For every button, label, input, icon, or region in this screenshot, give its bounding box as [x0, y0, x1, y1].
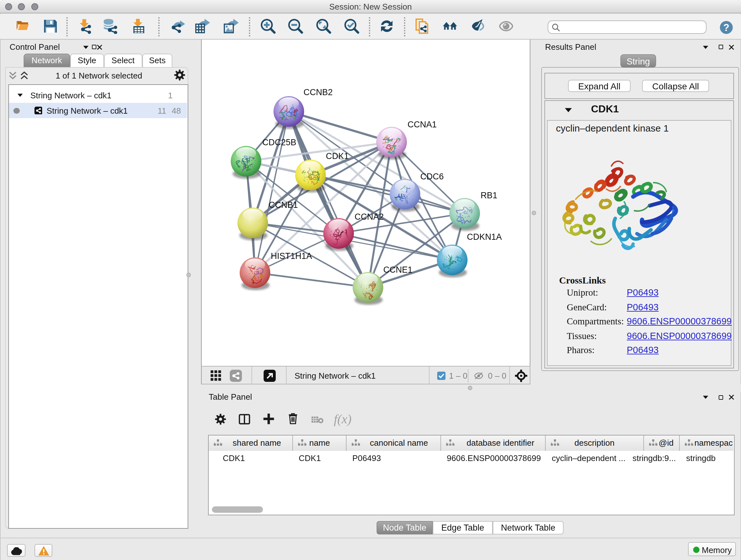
svg-text:?: ?	[723, 22, 729, 33]
svg-text:CCNB1: CCNB1	[268, 200, 298, 210]
svg-text:CCNA2: CCNA2	[354, 212, 384, 222]
svg-text:CCNE1: CCNE1	[383, 265, 412, 274]
svg-text:CCNB2: CCNB2	[303, 87, 333, 97]
svg-text:CDKN1A: CDKN1A	[467, 232, 502, 242]
svg-text:RB1: RB1	[480, 191, 497, 200]
svg-text:CDC6: CDC6	[420, 172, 444, 181]
svg-text:CDC25B: CDC25B	[262, 138, 296, 147]
svg-text:CDK1: CDK1	[326, 151, 348, 161]
svg-text:HIST1H1A: HIST1H1A	[271, 251, 312, 261]
svg-text:CCNA1: CCNA1	[407, 120, 436, 129]
